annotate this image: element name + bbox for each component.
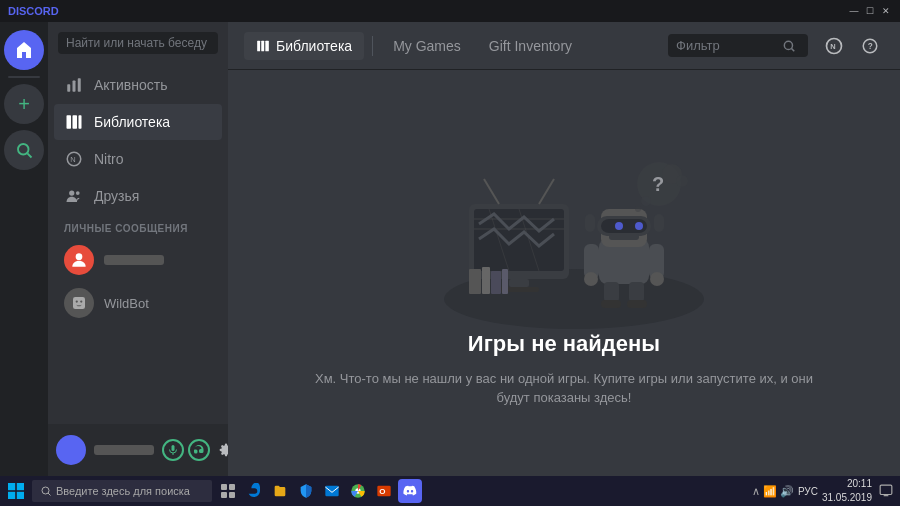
tray-volume-icon[interactable]: 🔊 [780, 485, 794, 498]
sidebar-item-activity[interactable]: Активность [54, 67, 222, 103]
title-bar-controls: — ☐ ✕ [848, 5, 892, 17]
taskbar-app-office[interactable]: O [372, 479, 396, 503]
dm-item-0[interactable] [54, 239, 222, 281]
activity-icon [64, 75, 84, 95]
tab-mygames-label: My Games [393, 38, 461, 54]
svg-text:?: ? [652, 173, 664, 195]
dm-avatar-0 [64, 245, 94, 275]
empty-title: Игры не найдены [468, 331, 660, 357]
svg-rect-51 [604, 282, 619, 302]
svg-point-21 [784, 41, 792, 49]
svg-rect-64 [17, 492, 24, 499]
svg-rect-62 [17, 483, 24, 490]
svg-point-49 [584, 272, 598, 286]
tab-separator-1 [372, 36, 373, 56]
taskbar: Введите здесь для поиска [0, 476, 900, 506]
app-body: + Активность [0, 22, 900, 476]
svg-rect-37 [502, 269, 508, 294]
svg-rect-18 [257, 40, 260, 51]
filter-input[interactable] [676, 38, 776, 53]
svg-text:?: ? [868, 42, 873, 51]
sidebar-item-library[interactable]: Библиотека [54, 104, 222, 140]
taskbar-clock[interactable]: 20:11 31.05.2019 [822, 477, 872, 505]
svg-text:O: O [379, 487, 385, 496]
mic-button[interactable] [162, 439, 184, 461]
svg-point-15 [80, 300, 82, 302]
sidebar-item-friends[interactable]: Друзья [54, 178, 222, 214]
server-separator [8, 76, 40, 78]
nitro-label: Nitro [94, 151, 124, 167]
dm-item-wildbot[interactable]: WildBot [54, 282, 222, 324]
tray-up-arrow[interactable]: ∧ [752, 485, 760, 498]
home-server-icon[interactable] [4, 30, 44, 70]
files-icon [272, 483, 288, 499]
top-bar: Библиотека My Games Gift Inventory [228, 22, 900, 70]
help-icon-btn[interactable]: ? [856, 32, 884, 60]
svg-rect-13 [73, 297, 85, 309]
minimize-button[interactable]: — [848, 5, 860, 17]
taskbar-app-files[interactable] [268, 479, 292, 503]
dm-name-wildbot: WildBot [104, 296, 149, 311]
empty-state: ? Игры не найдены Хм. Что-то мы не нашли… [314, 139, 814, 408]
notification-icon [879, 484, 893, 498]
library-tab-icon [256, 39, 270, 53]
svg-rect-6 [73, 115, 78, 129]
taskbar-app-shield[interactable] [294, 479, 318, 503]
taskbar-notification-btn[interactable] [876, 481, 896, 501]
taskbar-lang: РУС [798, 486, 818, 497]
empty-illustration: ? [414, 139, 714, 319]
nitro-icon: N [64, 149, 84, 169]
start-button[interactable] [4, 479, 28, 503]
sidebar-item-nitro[interactable]: N Nitro [54, 141, 222, 177]
taskbar-app-edge[interactable] [242, 479, 266, 503]
taskbar-app-mail[interactable] [320, 479, 344, 503]
svg-point-14 [76, 300, 78, 302]
taskbar-tray: ∧ 📶 🔊 [752, 485, 794, 498]
svg-point-0 [18, 144, 29, 155]
friends-icon [64, 186, 84, 206]
svg-rect-61 [8, 483, 15, 490]
taskbar-time: 20:11 [822, 477, 872, 491]
taskbar-search-icon [40, 485, 52, 497]
svg-rect-63 [8, 492, 15, 499]
windows-logo [8, 483, 24, 499]
sidebar-search[interactable] [48, 22, 228, 62]
tab-mygames[interactable]: My Games [381, 32, 473, 60]
server-list: + [0, 22, 48, 476]
shield-icon [298, 483, 314, 499]
empty-subtitle: Хм. Что-то мы не нашли у вас ни одной иг… [314, 369, 814, 408]
user-panel [48, 424, 228, 476]
top-bar-icons: N ? [820, 32, 884, 60]
taskbar-app-chrome[interactable] [346, 479, 370, 503]
main-content: Библиотека My Games Gift Inventory [228, 22, 900, 476]
task-view-icon [220, 483, 236, 499]
headset-button[interactable] [188, 439, 210, 461]
search-input[interactable] [58, 32, 218, 54]
discover-servers-button[interactable] [4, 130, 44, 170]
svg-point-43 [635, 222, 643, 230]
svg-rect-30 [509, 279, 529, 287]
nitro-icon-btn[interactable]: N [820, 32, 848, 60]
library-icon [64, 112, 84, 132]
filter-search[interactable] [668, 34, 808, 57]
tab-giftinventory[interactable]: Gift Inventory [477, 32, 584, 60]
discord-taskbar-icon [403, 484, 417, 498]
taskbar-app-discord[interactable] [398, 479, 422, 503]
dm-name-blurred-0 [104, 255, 164, 265]
taskbar-date: 31.05.2019 [822, 491, 872, 505]
svg-rect-53 [601, 300, 621, 308]
maximize-button[interactable]: ☐ [864, 5, 876, 17]
svg-rect-34 [469, 269, 481, 294]
taskbar-app-0[interactable] [216, 479, 240, 503]
svg-point-60 [635, 206, 641, 212]
library-label: Библиотека [94, 114, 170, 130]
svg-rect-71 [325, 486, 338, 497]
title-bar: DISCORD — ☐ ✕ [0, 0, 900, 22]
tab-library[interactable]: Библиотека [244, 32, 364, 60]
add-server-button[interactable]: + [4, 84, 44, 124]
tray-network-icon[interactable]: 📶 [763, 485, 777, 498]
taskbar-search-bar[interactable]: Введите здесь для поиска [32, 480, 212, 502]
svg-rect-45 [654, 214, 664, 232]
close-button[interactable]: ✕ [880, 5, 892, 17]
content-area: ? Игры не найдены Хм. Что-то мы не нашли… [228, 70, 900, 476]
